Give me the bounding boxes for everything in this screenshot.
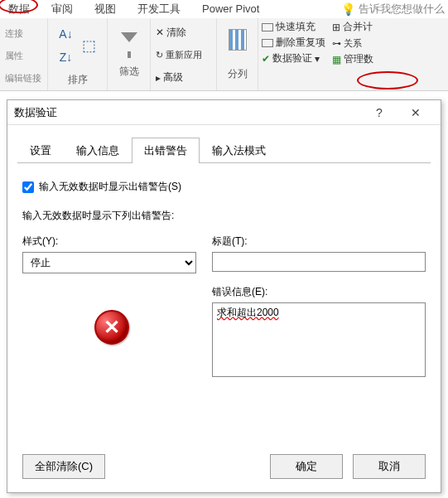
close-button[interactable]: ✕	[397, 101, 434, 124]
consolidate-button[interactable]: ⊞合并计	[332, 20, 373, 34]
bulb-icon: 💡	[341, 2, 355, 16]
tab-error-alert[interactable]: 出错警告	[132, 138, 200, 163]
links-connection[interactable]: 连接	[5, 26, 23, 41]
data-validation-button[interactable]: ✔数据验证▾	[262, 51, 325, 65]
filter-icon[interactable]	[121, 32, 137, 42]
tell-me[interactable]: 💡 告诉我您想做什么	[341, 2, 445, 17]
remove-dup-icon	[262, 39, 273, 47]
message-field-label: 错误信息(E):	[212, 285, 426, 299]
dialog-titlebar: 数据验证 ? ✕	[7, 100, 441, 125]
show-error-checkbox-row[interactable]: 输入无效数据时显示出错警告(S)	[22, 180, 426, 194]
consolidate-icon: ⊞	[332, 22, 340, 33]
tab-settings[interactable]: 设置	[17, 138, 64, 163]
group-links: 连接 属性 编辑链接	[0, 18, 48, 90]
dialog-tabs: 设置 输入信息 出错警告 输入法模式	[17, 137, 431, 163]
section-label: 输入无效数据时显示下列出错警告:	[22, 209, 426, 223]
show-error-label: 输入无效数据时显示出错警告(S)	[39, 180, 181, 194]
dialog-buttons: 全部清除(C) 确定 取消	[22, 454, 426, 479]
reapply-button[interactable]: ↻重新应用	[156, 47, 202, 62]
group-filter: 筛选	[108, 18, 151, 90]
flash-fill-button[interactable]: 快速填充	[262, 20, 325, 34]
sort-icon: ⬚	[79, 36, 99, 56]
style-label: 样式(Y):	[22, 234, 200, 249]
flash-fill-icon	[262, 23, 273, 31]
ok-button[interactable]: 确定	[270, 454, 343, 479]
dialog-title: 数据验证	[14, 105, 57, 120]
advanced-icon: ▸	[156, 72, 161, 84]
ribbon-tab-review[interactable]: 审阅	[51, 2, 73, 17]
group-text2col: 分列	[217, 18, 258, 90]
cancel-button[interactable]: 取消	[353, 454, 426, 479]
text-to-columns-icon[interactable]	[229, 29, 247, 51]
reapply-icon: ↻	[156, 47, 163, 62]
relations-button[interactable]: ⊶关系	[332, 36, 373, 51]
sort-asc-button[interactable]: A↓	[56, 24, 76, 44]
clear-icon: ✕	[156, 27, 164, 38]
remove-dup-button[interactable]: 删除重复项	[262, 36, 325, 50]
links-edit[interactable]: 编辑链接	[5, 70, 41, 85]
relations-icon: ⊶	[332, 36, 341, 51]
links-properties[interactable]: 属性	[5, 48, 23, 63]
close-icon: ✕	[411, 106, 421, 119]
tab-input-message[interactable]: 输入信息	[64, 138, 132, 163]
title-input[interactable]	[212, 252, 426, 272]
clear-button[interactable]: ✕清除	[156, 26, 186, 40]
ribbon-tab-powerpivot[interactable]: Power Pivot	[202, 2, 259, 15]
tab-ime-mode[interactable]: 输入法模式	[200, 138, 278, 163]
group-data-tools-right: ⊞合并计 ⊶关系 ▦管理数	[329, 18, 377, 90]
ribbon: 连接 属性 编辑链接 A↓ Z↓ ⬚ 排序 筛选 ✕清除 ↻重新应用 ▸高级 分…	[0, 18, 448, 91]
group-filter-ops: ✕清除 ↻重新应用 ▸高级	[151, 18, 217, 90]
message-textarea[interactable]: <span></span>	[212, 302, 426, 377]
validation-icon: ✔	[262, 53, 270, 65]
sort-desc-button[interactable]: Z↓	[56, 47, 76, 67]
error-stop-icon: ✕	[94, 310, 129, 345]
ribbon-tab-strip: 数据 审阅 视图 开发工具 Power Pivot 💡 告诉我您想做什么	[0, 0, 448, 18]
ribbon-tab-developer[interactable]: 开发工具	[137, 2, 181, 17]
sort-label[interactable]: 排序	[68, 73, 88, 87]
advanced-button[interactable]: ▸高级	[156, 70, 183, 85]
dialog-body: 输入无效数据时显示出错警告(S) 输入无效数据时显示下列出错警告: 样式(Y):…	[7, 163, 441, 391]
clear-all-button[interactable]: 全部清除(C)	[22, 454, 105, 479]
data-validation-dialog: 数据验证 ? ✕ 设置 输入信息 出错警告 输入法模式 输入无效数据时显示出错警…	[7, 99, 441, 493]
manage-icon: ▦	[332, 54, 341, 65]
manage-button[interactable]: ▦管理数	[332, 52, 373, 66]
help-button[interactable]: ?	[361, 101, 397, 124]
filter-label[interactable]: 筛选	[119, 65, 139, 79]
tell-me-label: 告诉我您想做什么	[359, 2, 445, 17]
text2col-label[interactable]: 分列	[228, 67, 248, 81]
show-error-checkbox[interactable]	[22, 181, 34, 193]
title-field-label: 标题(T):	[212, 234, 426, 249]
ribbon-tab-data[interactable]: 数据	[8, 2, 30, 17]
group-data-tools-left: 快速填充 删除重复项 ✔数据验证▾	[258, 18, 329, 90]
group-sort: A↓ Z↓ ⬚ 排序	[48, 18, 108, 90]
chevron-down-icon: ▾	[315, 53, 320, 65]
style-select[interactable]: 停止	[22, 252, 196, 273]
ribbon-tab-view[interactable]: 视图	[94, 2, 116, 17]
